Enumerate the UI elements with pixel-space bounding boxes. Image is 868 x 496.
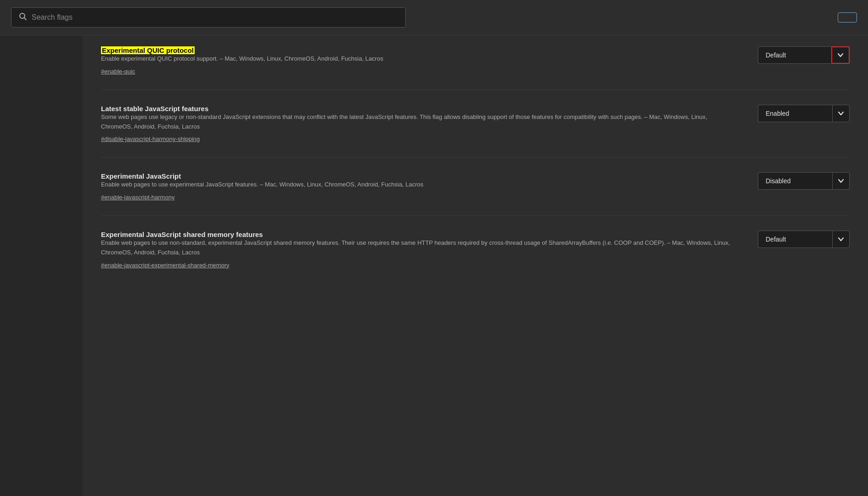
flag-link[interactable]: #enable-javascript-experimental-shared-m… <box>101 262 230 269</box>
flag-description: Enable experimental QUIC protocol suppor… <box>101 54 739 64</box>
flag-text: Experimental QUIC protocol Enable experi… <box>101 46 739 75</box>
flag-item: Experimental JavaScript shared memory fe… <box>101 231 850 283</box>
content-area: Experimental QUIC protocol Enable experi… <box>0 35 868 496</box>
flag-dropdown-arrow[interactable] <box>832 231 850 248</box>
search-input[interactable] <box>32 13 398 22</box>
flag-text: Experimental JavaScript Enable web pages… <box>101 172 739 201</box>
flag-description: Enable web pages to use non-standard, ex… <box>101 238 739 258</box>
flag-text: Experimental JavaScript shared memory fe… <box>101 231 739 269</box>
flag-value-label: Default <box>758 46 831 64</box>
flag-control-wrapper: Disabled <box>758 172 850 190</box>
reset-all-button[interactable] <box>838 12 857 23</box>
flag-item: Experimental JavaScript Enable web pages… <box>101 172 850 216</box>
flag-value-label: Disabled <box>758 172 832 190</box>
flag-description: Enable web pages to use experimental Jav… <box>101 180 739 190</box>
flag-text: Latest stable JavaScript features Some w… <box>101 105 739 143</box>
flag-title: Experimental JavaScript shared memory fe… <box>101 231 263 238</box>
flag-value-label: Enabled <box>758 105 832 122</box>
flag-control: Disabled <box>758 172 850 190</box>
flag-item: Latest stable JavaScript features Some w… <box>101 105 850 158</box>
search-container <box>11 7 406 28</box>
flag-title: Experimental QUIC protocol <box>101 46 195 54</box>
flag-control-wrapper: Enabled <box>758 105 850 122</box>
flag-dropdown-arrow[interactable] <box>831 46 850 64</box>
flag-control: Default <box>758 231 850 248</box>
flag-dropdown-arrow[interactable] <box>832 105 850 122</box>
flag-link[interactable]: #enable-javascript-harmony <box>101 194 174 201</box>
flag-control: Default <box>758 46 850 64</box>
flag-description: Some web pages use legacy or non-standar… <box>101 113 739 132</box>
flag-title: Latest stable JavaScript features <box>101 105 208 113</box>
flag-control: Enabled <box>758 105 850 122</box>
flag-control-wrapper: Default <box>758 46 850 64</box>
flag-link[interactable]: #enable-quic <box>101 68 135 75</box>
flag-control-wrapper: Default <box>758 231 850 248</box>
sidebar <box>0 35 83 496</box>
svg-line-1 <box>24 18 27 20</box>
flag-value-label: Default <box>758 231 832 248</box>
search-icon <box>19 12 27 23</box>
flag-link[interactable]: #disable-javascript-harmony-shipping <box>101 135 200 142</box>
header <box>0 0 868 35</box>
flag-title: Experimental JavaScript <box>101 172 181 180</box>
flag-item: Experimental QUIC protocol Enable experi… <box>101 46 850 90</box>
flag-dropdown-arrow[interactable] <box>832 172 850 190</box>
main-content: Experimental QUIC protocol Enable experi… <box>83 35 868 496</box>
